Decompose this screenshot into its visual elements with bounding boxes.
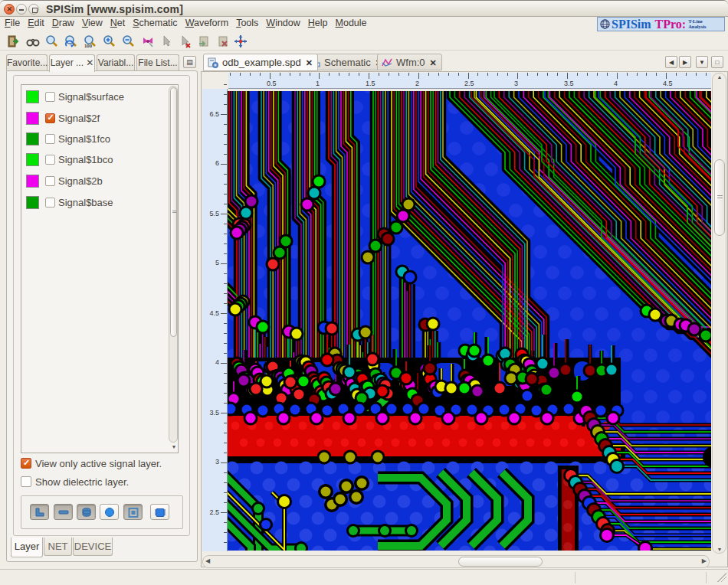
- svg-text:100: 100: [84, 44, 93, 48]
